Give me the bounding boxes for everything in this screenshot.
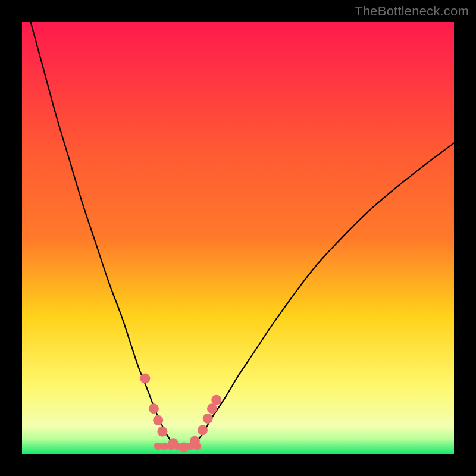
curve-marker: [198, 425, 208, 436]
curve-marker: [140, 373, 150, 383]
curve-marker: [168, 438, 178, 448]
curve-marker: [179, 443, 189, 453]
curve-marker: [207, 403, 217, 414]
curve-marker: [153, 415, 163, 425]
curve-marker: [157, 427, 167, 437]
curve-marker: [211, 395, 221, 405]
bottleneck-chart: [22, 22, 454, 454]
chart-svg: [22, 22, 454, 454]
curve-marker: [190, 436, 200, 446]
chart-frame: TheBottleneck.com: [0, 0, 476, 476]
gradient-background: [22, 22, 454, 454]
watermark-text: TheBottleneck.com: [355, 4, 469, 19]
curve-marker: [203, 414, 213, 424]
curve-marker: [149, 403, 159, 414]
